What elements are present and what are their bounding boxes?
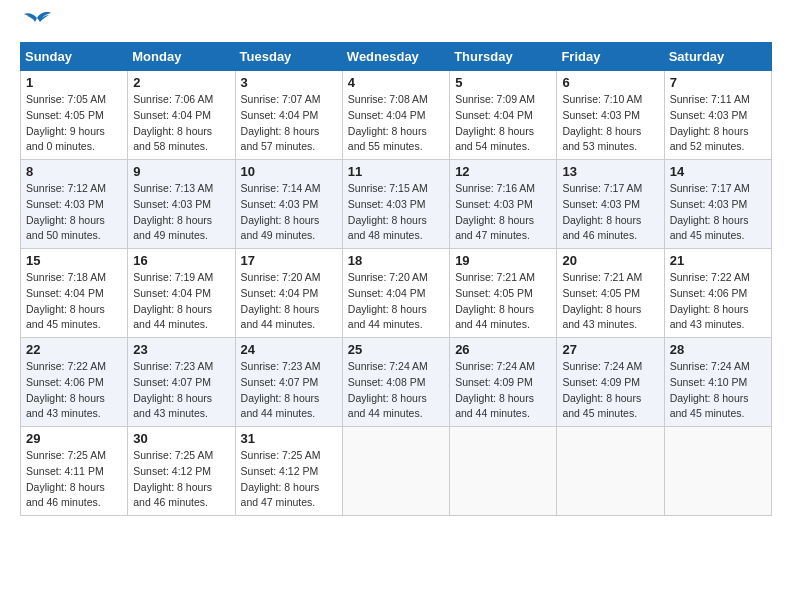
calendar-week-row: 22 Sunrise: 7:22 AMSunset: 4:06 PMDaylig… [21, 338, 772, 427]
day-detail: Sunrise: 7:08 AMSunset: 4:04 PMDaylight:… [348, 93, 428, 152]
day-detail: Sunrise: 7:25 AMSunset: 4:12 PMDaylight:… [133, 449, 213, 508]
calendar-cell: 28 Sunrise: 7:24 AMSunset: 4:10 PMDaylig… [664, 338, 771, 427]
day-number: 5 [455, 75, 551, 90]
calendar-cell: 9 Sunrise: 7:13 AMSunset: 4:03 PMDayligh… [128, 160, 235, 249]
calendar-cell: 6 Sunrise: 7:10 AMSunset: 4:03 PMDayligh… [557, 71, 664, 160]
calendar-cell [557, 427, 664, 516]
day-number: 30 [133, 431, 229, 446]
day-detail: Sunrise: 7:06 AMSunset: 4:04 PMDaylight:… [133, 93, 213, 152]
calendar-cell: 19 Sunrise: 7:21 AMSunset: 4:05 PMDaylig… [450, 249, 557, 338]
calendar-table: SundayMondayTuesdayWednesdayThursdayFrid… [20, 42, 772, 516]
calendar-cell: 3 Sunrise: 7:07 AMSunset: 4:04 PMDayligh… [235, 71, 342, 160]
day-number: 4 [348, 75, 444, 90]
logo-bird-icon [22, 10, 52, 32]
day-number: 24 [241, 342, 337, 357]
calendar-cell [450, 427, 557, 516]
calendar-week-row: 15 Sunrise: 7:18 AMSunset: 4:04 PMDaylig… [21, 249, 772, 338]
day-number: 15 [26, 253, 122, 268]
calendar-cell: 12 Sunrise: 7:16 AMSunset: 4:03 PMDaylig… [450, 160, 557, 249]
column-header-sunday: Sunday [21, 43, 128, 71]
day-number: 21 [670, 253, 766, 268]
calendar-cell [664, 427, 771, 516]
day-number: 13 [562, 164, 658, 179]
calendar-cell: 31 Sunrise: 7:25 AMSunset: 4:12 PMDaylig… [235, 427, 342, 516]
calendar-cell: 25 Sunrise: 7:24 AMSunset: 4:08 PMDaylig… [342, 338, 449, 427]
day-detail: Sunrise: 7:16 AMSunset: 4:03 PMDaylight:… [455, 182, 535, 241]
calendar-cell: 5 Sunrise: 7:09 AMSunset: 4:04 PMDayligh… [450, 71, 557, 160]
calendar-cell: 29 Sunrise: 7:25 AMSunset: 4:11 PMDaylig… [21, 427, 128, 516]
day-detail: Sunrise: 7:21 AMSunset: 4:05 PMDaylight:… [455, 271, 535, 330]
day-number: 27 [562, 342, 658, 357]
day-number: 7 [670, 75, 766, 90]
calendar-cell: 8 Sunrise: 7:12 AMSunset: 4:03 PMDayligh… [21, 160, 128, 249]
day-detail: Sunrise: 7:25 AMSunset: 4:12 PMDaylight:… [241, 449, 321, 508]
calendar-cell: 16 Sunrise: 7:19 AMSunset: 4:04 PMDaylig… [128, 249, 235, 338]
calendar-cell: 13 Sunrise: 7:17 AMSunset: 4:03 PMDaylig… [557, 160, 664, 249]
day-number: 26 [455, 342, 551, 357]
day-detail: Sunrise: 7:13 AMSunset: 4:03 PMDaylight:… [133, 182, 213, 241]
day-number: 10 [241, 164, 337, 179]
day-number: 19 [455, 253, 551, 268]
page-header [20, 20, 772, 32]
day-detail: Sunrise: 7:18 AMSunset: 4:04 PMDaylight:… [26, 271, 106, 330]
day-detail: Sunrise: 7:09 AMSunset: 4:04 PMDaylight:… [455, 93, 535, 152]
day-detail: Sunrise: 7:17 AMSunset: 4:03 PMDaylight:… [562, 182, 642, 241]
calendar-cell: 20 Sunrise: 7:21 AMSunset: 4:05 PMDaylig… [557, 249, 664, 338]
calendar-cell: 30 Sunrise: 7:25 AMSunset: 4:12 PMDaylig… [128, 427, 235, 516]
calendar-cell: 4 Sunrise: 7:08 AMSunset: 4:04 PMDayligh… [342, 71, 449, 160]
day-number: 8 [26, 164, 122, 179]
day-detail: Sunrise: 7:20 AMSunset: 4:04 PMDaylight:… [241, 271, 321, 330]
day-number: 17 [241, 253, 337, 268]
column-header-saturday: Saturday [664, 43, 771, 71]
day-detail: Sunrise: 7:22 AMSunset: 4:06 PMDaylight:… [26, 360, 106, 419]
column-header-wednesday: Wednesday [342, 43, 449, 71]
day-number: 20 [562, 253, 658, 268]
calendar-cell [342, 427, 449, 516]
column-header-monday: Monday [128, 43, 235, 71]
logo [20, 20, 52, 32]
day-detail: Sunrise: 7:14 AMSunset: 4:03 PMDaylight:… [241, 182, 321, 241]
day-detail: Sunrise: 7:21 AMSunset: 4:05 PMDaylight:… [562, 271, 642, 330]
day-number: 12 [455, 164, 551, 179]
day-number: 2 [133, 75, 229, 90]
calendar-cell: 2 Sunrise: 7:06 AMSunset: 4:04 PMDayligh… [128, 71, 235, 160]
day-detail: Sunrise: 7:07 AMSunset: 4:04 PMDaylight:… [241, 93, 321, 152]
day-detail: Sunrise: 7:24 AMSunset: 4:09 PMDaylight:… [562, 360, 642, 419]
calendar-cell: 18 Sunrise: 7:20 AMSunset: 4:04 PMDaylig… [342, 249, 449, 338]
calendar-cell: 24 Sunrise: 7:23 AMSunset: 4:07 PMDaylig… [235, 338, 342, 427]
day-detail: Sunrise: 7:25 AMSunset: 4:11 PMDaylight:… [26, 449, 106, 508]
calendar-cell: 10 Sunrise: 7:14 AMSunset: 4:03 PMDaylig… [235, 160, 342, 249]
day-number: 6 [562, 75, 658, 90]
day-number: 29 [26, 431, 122, 446]
calendar-cell: 21 Sunrise: 7:22 AMSunset: 4:06 PMDaylig… [664, 249, 771, 338]
day-detail: Sunrise: 7:10 AMSunset: 4:03 PMDaylight:… [562, 93, 642, 152]
calendar-cell: 27 Sunrise: 7:24 AMSunset: 4:09 PMDaylig… [557, 338, 664, 427]
day-number: 23 [133, 342, 229, 357]
calendar-cell: 15 Sunrise: 7:18 AMSunset: 4:04 PMDaylig… [21, 249, 128, 338]
calendar-header: SundayMondayTuesdayWednesdayThursdayFrid… [21, 43, 772, 71]
day-number: 9 [133, 164, 229, 179]
column-header-friday: Friday [557, 43, 664, 71]
calendar-cell: 1 Sunrise: 7:05 AMSunset: 4:05 PMDayligh… [21, 71, 128, 160]
day-number: 18 [348, 253, 444, 268]
day-detail: Sunrise: 7:17 AMSunset: 4:03 PMDaylight:… [670, 182, 750, 241]
day-detail: Sunrise: 7:20 AMSunset: 4:04 PMDaylight:… [348, 271, 428, 330]
day-number: 31 [241, 431, 337, 446]
day-detail: Sunrise: 7:24 AMSunset: 4:08 PMDaylight:… [348, 360, 428, 419]
day-detail: Sunrise: 7:05 AMSunset: 4:05 PMDaylight:… [26, 93, 106, 152]
calendar-cell: 26 Sunrise: 7:24 AMSunset: 4:09 PMDaylig… [450, 338, 557, 427]
day-number: 1 [26, 75, 122, 90]
day-number: 3 [241, 75, 337, 90]
calendar-week-row: 29 Sunrise: 7:25 AMSunset: 4:11 PMDaylig… [21, 427, 772, 516]
day-number: 16 [133, 253, 229, 268]
calendar-week-row: 1 Sunrise: 7:05 AMSunset: 4:05 PMDayligh… [21, 71, 772, 160]
day-detail: Sunrise: 7:11 AMSunset: 4:03 PMDaylight:… [670, 93, 750, 152]
day-detail: Sunrise: 7:23 AMSunset: 4:07 PMDaylight:… [133, 360, 213, 419]
day-detail: Sunrise: 7:23 AMSunset: 4:07 PMDaylight:… [241, 360, 321, 419]
calendar-cell: 11 Sunrise: 7:15 AMSunset: 4:03 PMDaylig… [342, 160, 449, 249]
calendar-cell: 7 Sunrise: 7:11 AMSunset: 4:03 PMDayligh… [664, 71, 771, 160]
day-detail: Sunrise: 7:19 AMSunset: 4:04 PMDaylight:… [133, 271, 213, 330]
calendar-cell: 17 Sunrise: 7:20 AMSunset: 4:04 PMDaylig… [235, 249, 342, 338]
calendar-week-row: 8 Sunrise: 7:12 AMSunset: 4:03 PMDayligh… [21, 160, 772, 249]
column-header-tuesday: Tuesday [235, 43, 342, 71]
